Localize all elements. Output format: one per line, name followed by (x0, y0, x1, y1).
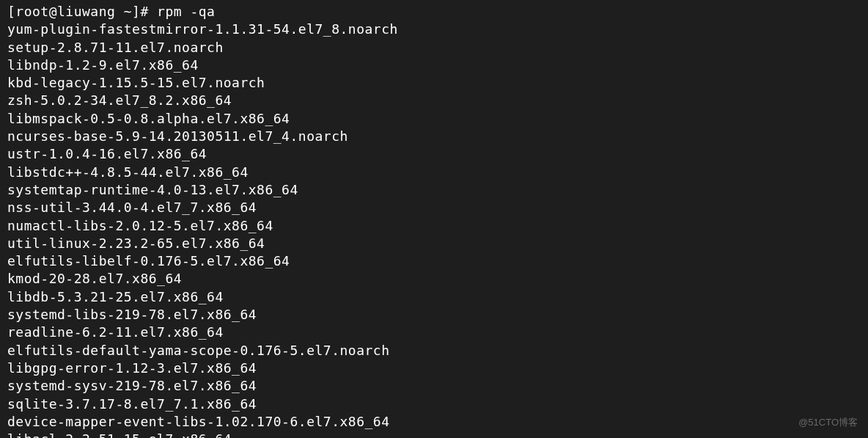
package-line: libdb-5.3.21-25.el7.x86_64 (7, 288, 861, 306)
command-line: [root@liuwang ~]# rpm -qa (7, 3, 861, 21)
package-line: systemtap-runtime-4.0-13.el7.x86_64 (7, 181, 861, 199)
package-line: readline-6.2-11.el7.x86_64 (7, 324, 861, 341)
package-line: elfutils-libelf-0.176-5.el7.x86_64 (7, 252, 861, 270)
package-line: numactl-libs-2.0.12-5.el7.x86_64 (7, 217, 861, 235)
shell-prompt: [root@liuwang ~]# (7, 4, 157, 19)
terminal-output[interactable]: [root@liuwang ~]# rpm -qa yum-plugin-fas… (7, 3, 861, 438)
package-line: device-mapper-event-libs-1.02.170-6.el7.… (7, 413, 861, 431)
package-line: elfutils-default-yama-scope-0.176-5.el7.… (7, 342, 861, 359)
package-line: libgpg-error-1.12-3.el7.x86_64 (7, 359, 861, 377)
package-line: setup-2.8.71-11.el7.noarch (7, 39, 861, 56)
package-line: libmspack-0.5-0.8.alpha.el7.x86_64 (7, 110, 861, 128)
package-line: util-linux-2.23.2-65.el7.x86_64 (7, 235, 861, 252)
package-line: kbd-legacy-1.15.5-15.el7.noarch (7, 74, 861, 92)
package-line: libstdc++-4.8.5-44.el7.x86_64 (7, 164, 861, 181)
package-line: libndp-1.2-9.el7.x86_64 (7, 56, 861, 74)
command-text: rpm -qa (157, 4, 215, 19)
package-line: systemd-libs-219-78.el7.x86_64 (7, 306, 861, 324)
package-line: kmod-20-28.el7.x86_64 (7, 270, 861, 288)
package-line: yum-plugin-fastestmirror-1.1.31-54.el7_8… (7, 21, 861, 38)
package-line: libacl-2.2.51-15.el7.x86_64 (7, 431, 861, 438)
package-line: zsh-5.0.2-34.el7_8.2.x86_64 (7, 92, 861, 109)
package-line: sqlite-3.7.17-8.el7_7.1.x86_64 (7, 395, 861, 413)
package-line: nss-util-3.44.0-4.el7_7.x86_64 (7, 199, 861, 216)
package-line: ustr-1.0.4-16.el7.x86_64 (7, 145, 861, 163)
package-line: systemd-sysv-219-78.el7.x86_64 (7, 377, 861, 395)
watermark-text: @51CTO博客 (798, 416, 858, 429)
package-line: ncurses-base-5.9-14.20130511.el7_4.noarc… (7, 128, 861, 145)
